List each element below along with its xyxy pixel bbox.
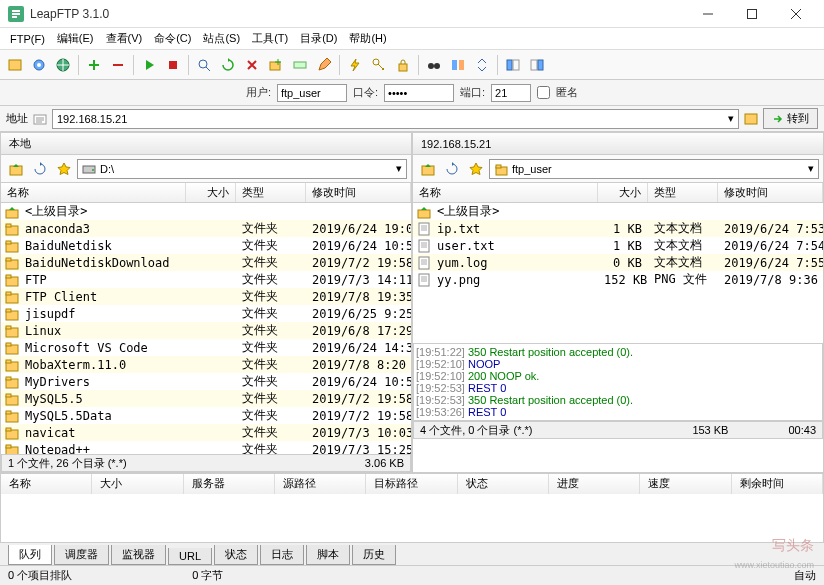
toggle-left-icon[interactable] <box>502 54 524 76</box>
file-row[interactable]: BaiduNetdisk文件夹2019/6/24 10:5 <box>1 237 411 254</box>
bottom-tab[interactable]: 脚本 <box>306 545 350 565</box>
updir-row[interactable]: <上级目录> <box>413 203 823 220</box>
file-row[interactable]: ip.txt1 KB文本文档2019/6/24 7:53 <box>413 220 823 237</box>
minimize-button[interactable] <box>688 2 728 26</box>
lock-icon[interactable] <box>392 54 414 76</box>
address-combo[interactable]: 192.168.15.21 ▾ <box>52 109 739 129</box>
bottom-tab[interactable]: 调度器 <box>54 545 109 565</box>
user-input[interactable] <box>277 84 347 102</box>
queue-col[interactable]: 剩余时间 <box>732 474 823 494</box>
remove-icon[interactable] <box>107 54 129 76</box>
edit-icon[interactable] <box>313 54 335 76</box>
file-row[interactable]: MySQL5.5文件夹2019/7/2 19:58 <box>1 390 411 407</box>
chevron-down-icon[interactable]: ▾ <box>396 162 402 175</box>
queue-col[interactable]: 源路径 <box>275 474 366 494</box>
bookmark-icon[interactable] <box>743 111 759 127</box>
remote-tab[interactable]: 192.168.15.21 <box>413 133 823 155</box>
file-row[interactable]: user.txt1 KB文本文档2019/6/24 7:54 <box>413 237 823 254</box>
file-row[interactable]: MobaXterm.11.0文件夹2019/7/8 8:20 <box>1 356 411 373</box>
maximize-button[interactable] <box>732 2 772 26</box>
menu-item[interactable]: 命令(C) <box>148 29 197 48</box>
file-row[interactable]: FTP Client文件夹2019/7/8 19:35 <box>1 288 411 305</box>
compare-icon[interactable] <box>447 54 469 76</box>
bolt-icon[interactable] <box>344 54 366 76</box>
newfolder-icon[interactable] <box>265 54 287 76</box>
file-row[interactable]: navicat文件夹2019/7/3 10:03 <box>1 424 411 441</box>
local-filelist[interactable]: <上级目录>anaconda3文件夹2019/6/24 19:0BaiduNet… <box>1 203 411 454</box>
col-name[interactable]: 名称 <box>413 183 598 202</box>
toggle-right-icon[interactable] <box>526 54 548 76</box>
file-row[interactable]: MySQL5.5Data文件夹2019/7/2 19:58 <box>1 407 411 424</box>
bottom-tab[interactable]: 历史 <box>352 545 396 565</box>
remote-refresh-icon[interactable] <box>441 158 463 180</box>
menu-item[interactable]: 编辑(E) <box>51 29 100 48</box>
col-type[interactable]: 类型 <box>236 183 306 202</box>
bottom-tab[interactable]: 状态 <box>214 545 258 565</box>
local-fav-icon[interactable] <box>53 158 75 180</box>
queue-col[interactable]: 进度 <box>549 474 640 494</box>
key-icon[interactable] <box>368 54 390 76</box>
menu-item[interactable]: 帮助(H) <box>343 29 392 48</box>
menu-item[interactable]: 查看(V) <box>100 29 149 48</box>
bottom-tab[interactable]: URL <box>168 548 212 565</box>
file-row[interactable]: Notepad++文件夹2019/7/3 15:25 <box>1 441 411 454</box>
updir-row[interactable]: <上级目录> <box>1 203 411 220</box>
bottom-tab[interactable]: 队列 <box>8 545 52 565</box>
menu-item[interactable]: FTP(F) <box>4 31 51 47</box>
pass-input[interactable] <box>384 84 454 102</box>
file-row[interactable]: Microsoft VS Code文件夹2019/6/24 14:3 <box>1 339 411 356</box>
file-row[interactable]: yum.log0 KB文本文档2019/6/24 7:55 <box>413 254 823 271</box>
log-panel[interactable]: [19:51:22] 350 Restart position accepted… <box>413 343 823 421</box>
queue-col[interactable]: 名称 <box>1 474 92 494</box>
col-name[interactable]: 名称 <box>1 183 186 202</box>
close-button[interactable] <box>776 2 816 26</box>
col-date[interactable]: 修改时间 <box>718 183 823 202</box>
play-icon[interactable] <box>138 54 160 76</box>
delete-icon[interactable] <box>241 54 263 76</box>
history-icon[interactable] <box>32 111 48 127</box>
queue-col[interactable]: 目标路径 <box>366 474 457 494</box>
queue-body[interactable] <box>1 494 823 542</box>
local-refresh-icon[interactable] <box>29 158 51 180</box>
file-row[interactable]: Linux文件夹2019/6/8 17:29 <box>1 322 411 339</box>
col-size[interactable]: 大小 <box>598 183 648 202</box>
queue-col[interactable]: 大小 <box>92 474 183 494</box>
sync-icon[interactable] <box>471 54 493 76</box>
col-size[interactable]: 大小 <box>186 183 236 202</box>
chevron-down-icon[interactable]: ▾ <box>728 112 734 125</box>
col-date[interactable]: 修改时间 <box>306 183 411 202</box>
anon-checkbox[interactable] <box>537 86 550 99</box>
file-row[interactable]: jisupdf文件夹2019/6/25 9:25 <box>1 305 411 322</box>
settings-icon[interactable] <box>28 54 50 76</box>
file-row[interactable]: anaconda3文件夹2019/6/24 19:0 <box>1 220 411 237</box>
file-row[interactable]: BaiduNetdiskDownload文件夹2019/7/2 19:58 <box>1 254 411 271</box>
queue-col[interactable]: 速度 <box>640 474 731 494</box>
rename-icon[interactable] <box>289 54 311 76</box>
menu-item[interactable]: 目录(D) <box>294 29 343 48</box>
bottom-tab[interactable]: 监视器 <box>111 545 166 565</box>
queue-col[interactable]: 服务器 <box>184 474 275 494</box>
local-path-combo[interactable]: D:\ ▾ <box>77 159 407 179</box>
col-type[interactable]: 类型 <box>648 183 718 202</box>
stop-icon[interactable] <box>162 54 184 76</box>
remote-path-combo[interactable]: ftp_user ▾ <box>489 159 819 179</box>
add-icon[interactable] <box>83 54 105 76</box>
menu-item[interactable]: 站点(S) <box>197 29 246 48</box>
chevron-down-icon[interactable]: ▾ <box>808 162 814 175</box>
menu-item[interactable]: 工具(T) <box>246 29 294 48</box>
remote-fav-icon[interactable] <box>465 158 487 180</box>
globe-icon[interactable] <box>52 54 74 76</box>
sites-icon[interactable] <box>4 54 26 76</box>
queue-col[interactable]: 状态 <box>458 474 549 494</box>
go-button[interactable]: 转到 <box>763 108 818 129</box>
binoculars-icon[interactable] <box>423 54 445 76</box>
remote-up-icon[interactable] <box>417 158 439 180</box>
local-up-icon[interactable] <box>5 158 27 180</box>
search-icon[interactable] <box>193 54 215 76</box>
file-row[interactable]: FTP文件夹2019/7/3 14:11 <box>1 271 411 288</box>
file-row[interactable]: MyDrivers文件夹2019/6/24 10:5 <box>1 373 411 390</box>
port-input[interactable] <box>491 84 531 102</box>
refresh-icon[interactable] <box>217 54 239 76</box>
remote-filelist[interactable]: <上级目录>ip.txt1 KB文本文档2019/6/24 7:53user.t… <box>413 203 823 343</box>
bottom-tab[interactable]: 日志 <box>260 545 304 565</box>
